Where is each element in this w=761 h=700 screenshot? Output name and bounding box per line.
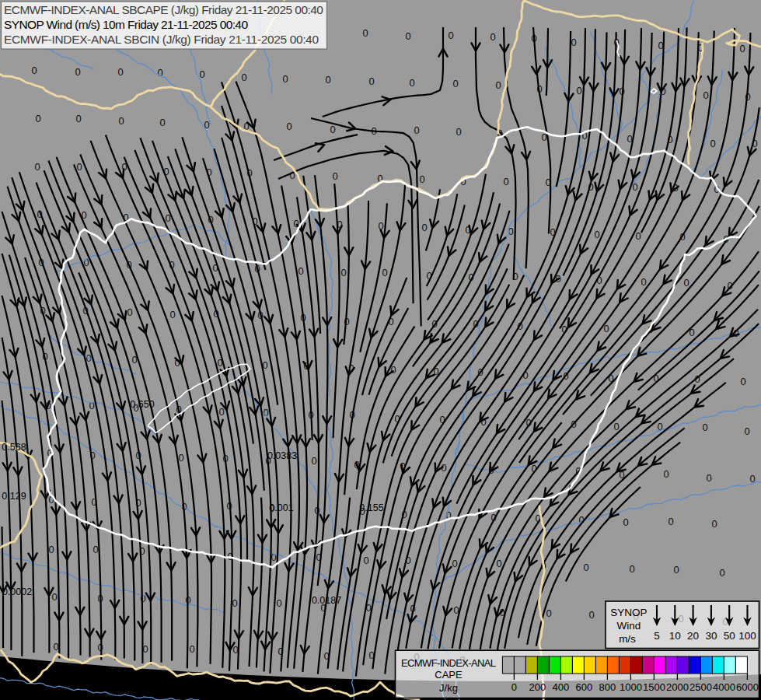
svg-text:SYNOP Wind (m/s) 10m Friday 21: SYNOP Wind (m/s) 10m Friday 21-11-2025 0… (4, 18, 248, 31)
svg-text:0: 0 (740, 376, 745, 387)
svg-text:1000: 1000 (620, 681, 642, 693)
svg-text:0: 0 (178, 452, 183, 464)
svg-text:0: 0 (683, 277, 689, 289)
svg-text:0.001: 0.001 (269, 502, 293, 513)
svg-text:0: 0 (702, 422, 707, 433)
svg-text:0: 0 (641, 276, 646, 288)
svg-text:0: 0 (503, 176, 508, 187)
svg-text:0: 0 (719, 567, 724, 579)
svg-text:0: 0 (710, 138, 715, 149)
svg-text:0: 0 (31, 65, 37, 76)
svg-text:0: 0 (546, 607, 551, 619)
svg-text:0: 0 (490, 31, 495, 43)
svg-text:0: 0 (276, 597, 281, 609)
svg-text:0: 0 (739, 43, 745, 54)
svg-text:0: 0 (583, 562, 588, 573)
svg-text:0: 0 (325, 74, 330, 86)
svg-text:0: 0 (635, 230, 641, 242)
svg-text:0: 0 (117, 66, 123, 78)
svg-text:0: 0 (673, 564, 679, 576)
svg-text:0: 0 (409, 77, 414, 89)
svg-text:0: 0 (405, 30, 410, 42)
svg-text:0: 0 (382, 267, 387, 278)
svg-text:0: 0 (232, 597, 237, 609)
svg-text:J/kg: J/kg (439, 682, 458, 694)
svg-text:1500: 1500 (643, 681, 665, 693)
svg-text:0: 0 (613, 421, 619, 432)
svg-text:0: 0 (286, 121, 291, 132)
svg-text:0: 0 (75, 113, 81, 124)
svg-text:0: 0 (340, 267, 346, 278)
svg-text:0: 0 (140, 593, 145, 604)
svg-text:0: 0 (311, 455, 316, 467)
svg-text:50: 50 (724, 630, 735, 642)
svg-text:0: 0 (571, 37, 576, 48)
svg-text:0: 0 (218, 406, 224, 418)
svg-text:0: 0 (419, 173, 424, 185)
svg-text:0: 0 (97, 642, 103, 653)
svg-text:4000: 4000 (713, 681, 735, 693)
svg-text:0.0383: 0.0383 (267, 450, 297, 461)
svg-text:0.650: 0.650 (130, 399, 154, 410)
svg-text:0: 0 (706, 472, 711, 484)
svg-text:200: 200 (529, 681, 546, 693)
svg-text:ECMWF-INDEX-ANAL SBCAPE (J/kg): ECMWF-INDEX-ANAL SBCAPE (J/kg) Friday 21… (4, 3, 323, 16)
svg-text:0: 0 (711, 518, 717, 530)
svg-text:0: 0 (421, 222, 427, 233)
svg-text:0.155: 0.155 (359, 502, 383, 513)
svg-text:400: 400 (553, 681, 570, 693)
svg-text:0: 0 (282, 73, 288, 85)
svg-text:0: 0 (448, 30, 453, 41)
svg-text:0: 0 (118, 115, 124, 127)
svg-text:600: 600 (576, 681, 593, 693)
svg-text:0: 0 (330, 124, 335, 135)
svg-text:Wind: Wind (617, 620, 641, 632)
svg-text:0: 0 (93, 544, 98, 555)
svg-text:0: 0 (363, 555, 368, 566)
svg-text:0: 0 (414, 124, 419, 136)
svg-text:0: 0 (629, 563, 634, 575)
svg-text:0: 0 (48, 544, 54, 555)
svg-text:0.129: 0.129 (2, 491, 26, 502)
svg-text:20: 20 (687, 630, 699, 642)
svg-text:0: 0 (744, 425, 749, 437)
svg-text:0: 0 (495, 79, 501, 91)
svg-text:100: 100 (738, 630, 756, 642)
svg-text:0: 0 (51, 591, 57, 603)
svg-text:0: 0 (703, 89, 708, 101)
svg-text:0: 0 (189, 643, 194, 655)
svg-text:0: 0 (35, 113, 40, 124)
svg-text:0: 0 (368, 75, 374, 87)
svg-text:0: 0 (623, 516, 628, 528)
svg-text:0: 0 (362, 27, 368, 39)
svg-text:0: 0 (456, 126, 461, 138)
svg-text:2500: 2500 (689, 681, 712, 693)
svg-text:SYNOP: SYNOP (610, 607, 647, 618)
svg-text:2000: 2000 (666, 681, 689, 693)
svg-text:0: 0 (668, 516, 673, 527)
svg-text:0: 0 (34, 161, 40, 173)
svg-text:0: 0 (663, 468, 668, 480)
svg-text:0: 0 (594, 229, 599, 240)
svg-text:0: 0 (496, 558, 501, 569)
svg-text:0: 0 (89, 400, 94, 411)
svg-text:0.568: 0.568 (2, 442, 26, 453)
svg-text:0: 0 (241, 72, 246, 83)
svg-text:0: 0 (127, 306, 132, 318)
svg-text:800: 800 (599, 681, 616, 693)
svg-text:0: 0 (452, 78, 458, 89)
svg-text:0: 0 (75, 66, 80, 78)
svg-text:ECMWF-INDEX-ANAL: ECMWF-INDEX-ANAL (401, 657, 496, 669)
svg-text:ECMWF-INDEX-ANAL SBCIN (J/kg): ECMWF-INDEX-ANAL SBCIN (J/kg) Friday 21-… (4, 33, 319, 46)
svg-text:0.0002: 0.0002 (2, 586, 32, 597)
svg-text:0: 0 (263, 407, 268, 418)
svg-text:0: 0 (452, 558, 457, 569)
svg-text:0: 0 (576, 85, 581, 96)
svg-text:30: 30 (705, 630, 717, 642)
svg-text:m/s: m/s (619, 633, 636, 645)
svg-text:0: 0 (511, 681, 517, 693)
svg-text:0: 0 (169, 309, 175, 320)
svg-text:5: 5 (654, 630, 660, 642)
svg-text:10: 10 (669, 630, 681, 642)
svg-text:0: 0 (53, 641, 58, 653)
